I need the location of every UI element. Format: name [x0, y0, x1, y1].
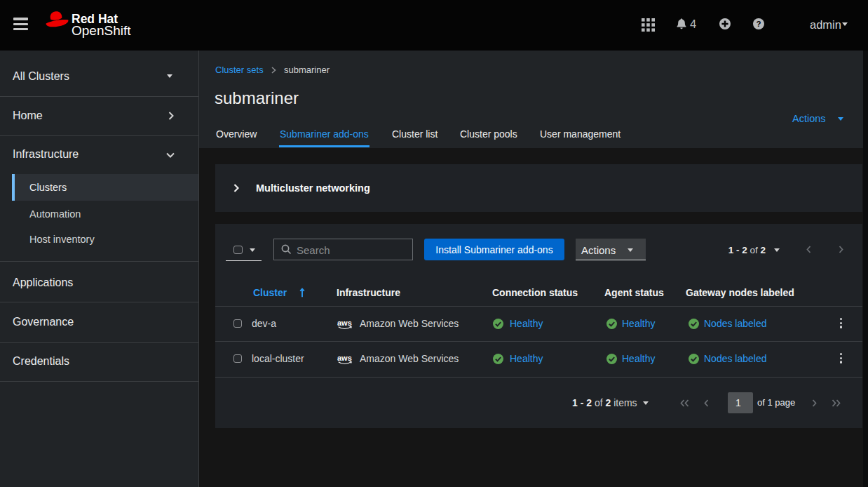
svg-text:aws: aws — [337, 319, 352, 327]
svg-text:aws: aws — [337, 354, 352, 362]
svg-text:?: ? — [756, 20, 761, 28]
